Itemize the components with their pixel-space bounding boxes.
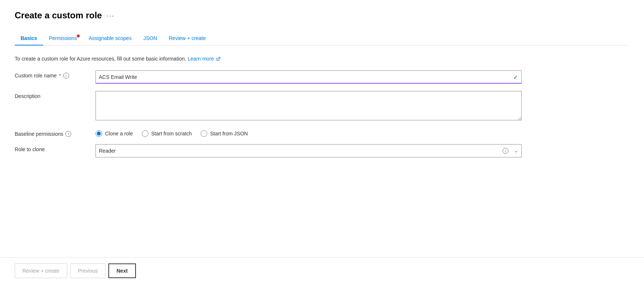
tab-basics[interactable]: Basics [15,32,43,45]
tab-assignable-scopes[interactable]: Assignable scopes [83,32,137,45]
baseline-radio-group: Clone a role Start from scratch Start fr… [96,129,522,137]
custom-role-name-info-icon[interactable]: i [63,73,69,79]
form: Custom role name * i ✓ Description [15,70,629,257]
page-title: Create a custom role [15,10,102,21]
baseline-permissions-row: Baseline permissions i Clone a role Star… [15,129,629,137]
required-star: * [59,73,61,79]
learn-more-link[interactable]: Learn more [188,56,220,62]
role-to-clone-control: Reader Contributor Owner i ⌄ [96,144,522,157]
radio-option-clone[interactable]: Clone a role [96,130,133,137]
baseline-permissions-info-icon[interactable]: i [65,131,71,137]
radio-option-json[interactable]: Start from JSON [201,130,248,137]
tab-review-create[interactable]: Review + create [163,32,212,45]
tab-permissions[interactable]: Permissions [43,32,83,45]
external-link-icon [216,57,220,61]
description-input[interactable] [96,91,522,120]
footer: Review + create Previous Next [0,257,644,284]
radio-input-clone[interactable] [96,130,102,137]
description-label: Description [15,91,96,99]
role-to-clone-info-icon[interactable]: i [503,148,508,154]
baseline-permissions-label: Baseline permissions i [15,129,96,137]
radio-option-scratch[interactable]: Start from scratch [142,130,192,137]
role-to-clone-label: Role to clone [15,144,96,152]
custom-role-name-input[interactable] [96,70,522,84]
baseline-permissions-control: Clone a role Start from scratch Start fr… [96,129,522,137]
description-row: Description [15,91,629,121]
role-to-clone-row: Role to clone Reader Contributor Owner i… [15,144,629,157]
more-options-icon[interactable]: ··· [106,11,115,20]
tab-json[interactable]: JSON [137,32,163,45]
radio-input-json[interactable] [201,130,207,137]
custom-role-name-row: Custom role name * i ✓ [15,70,629,84]
radio-input-scratch[interactable] [142,130,148,137]
custom-role-name-label: Custom role name * i [15,70,96,79]
next-button[interactable]: Next [108,263,136,278]
role-to-clone-select[interactable]: Reader Contributor Owner [96,144,522,157]
custom-role-name-control: ✓ [96,70,522,84]
description-control [96,91,522,121]
permissions-dot [77,34,80,37]
check-icon: ✓ [513,74,518,81]
previous-button[interactable]: Previous [70,263,105,278]
description-text: To create a custom role for Azure resour… [15,56,629,62]
tabs-nav: Basics Permissions Assignable scopes JSO… [15,32,629,45]
review-create-button[interactable]: Review + create [15,263,67,278]
